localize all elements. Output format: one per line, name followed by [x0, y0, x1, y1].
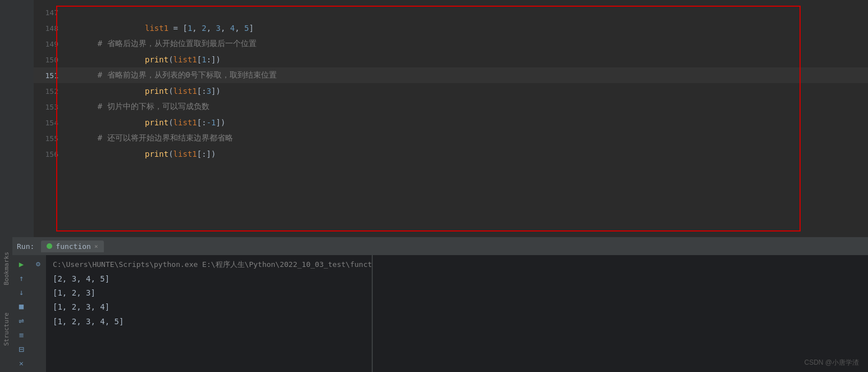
- code-editor: 147 148 list1 = [1, 2, 3, 4, 5] 149 # 省略…: [0, 0, 868, 237]
- run-sidebar: ▶ ↑ ↓ ■ ⇌ ≡ ⊟ ✕: [12, 255, 30, 372]
- right-output-area: CSDN @小唐学渣: [373, 255, 868, 372]
- output-line-3: [1, 2, 3, 4]: [53, 300, 365, 314]
- output-area: C:\Users\HUNTE\Scripts\python.exe E:\程序人…: [46, 255, 372, 372]
- code-line-154: 154 print(list1[:-1]): [34, 115, 868, 130]
- output-line-4: [1, 2, 3, 4, 5]: [53, 315, 365, 329]
- run-label: Run:: [17, 242, 39, 251]
- bookmarks-icon[interactable]: Bookmarks: [2, 251, 11, 287]
- stop-button[interactable]: ■: [16, 301, 27, 312]
- code-line-152: 152 print(list1[:3]): [34, 83, 868, 99]
- line-num-152: 152: [34, 87, 67, 96]
- watermark: CSDN @小唐学渣: [804, 358, 859, 368]
- line-content-148: list1 = [1, 2, 3, 4, 5]: [67, 15, 254, 42]
- line-num-150: 150: [34, 56, 67, 64]
- line-num-154: 154: [34, 119, 67, 127]
- run-tab-function[interactable]: function ×: [41, 241, 103, 252]
- code-main[interactable]: 147 148 list1 = [1, 2, 3, 4, 5] 149 # 省略…: [34, 0, 868, 237]
- code-line-150: 150 print(list1[1:]): [34, 52, 868, 67]
- line-content-150: print(list1[1:]): [67, 46, 221, 73]
- line-content-154: print(list1[:-1]): [67, 109, 225, 136]
- settings-icon[interactable]: ⚙: [33, 258, 43, 269]
- output-line-1: [2, 3, 4, 5]: [53, 272, 365, 286]
- code-content: 147 148 list1 = [1, 2, 3, 4, 5] 149 # 省略…: [34, 0, 868, 166]
- line-num-147: 147: [34, 8, 67, 17]
- command-line: C:\Users\HUNTE\Scripts\python.exe E:\程序人…: [53, 260, 365, 270]
- line-num-155: 155: [34, 134, 67, 143]
- code-line-156: 156 print(list1[:]): [34, 146, 868, 162]
- tab-name: function: [56, 242, 91, 251]
- sort-button[interactable]: ≡: [16, 329, 27, 340]
- print-button[interactable]: ⊟: [16, 344, 27, 355]
- code-line-148: 148 list1 = [1, 2, 3, 4, 5]: [34, 20, 868, 36]
- line-num-153: 153: [34, 103, 67, 111]
- run-tab-bar: Run: function ×: [12, 237, 868, 255]
- structure-icon[interactable]: Structure: [2, 311, 11, 347]
- line-num-148: 148: [34, 24, 67, 33]
- tab-status-dot: [47, 243, 52, 249]
- line-content-156: print(list1[:]): [67, 140, 216, 167]
- run-left-tools: ⚙: [30, 255, 46, 372]
- run-panel: Bookmarks Structure Run: function × ▶ ↑ …: [0, 237, 868, 372]
- delete-button[interactable]: ✕: [16, 358, 27, 369]
- line-content-152: print(list1[:3]): [67, 78, 221, 105]
- rerun-button[interactable]: ⇌: [16, 315, 27, 326]
- run-content: ▶ ↑ ↓ ■ ⇌ ≡ ⊟ ✕ ⚙ C:\Users\HUNTE\Scripts…: [12, 255, 868, 372]
- line-num-151: 151: [34, 71, 67, 80]
- line-num-149: 149: [34, 40, 67, 48]
- line-num-156: 156: [34, 150, 67, 158]
- left-strip: Bookmarks Structure: [0, 237, 12, 372]
- play-button[interactable]: ▶: [16, 258, 27, 269]
- left-gutter: [0, 0, 34, 237]
- tab-close-button[interactable]: ×: [94, 243, 98, 250]
- scroll-up-button[interactable]: ↑: [16, 273, 27, 283]
- scroll-down-button[interactable]: ↓: [16, 287, 27, 298]
- output-line-2: [1, 2, 3]: [53, 286, 365, 300]
